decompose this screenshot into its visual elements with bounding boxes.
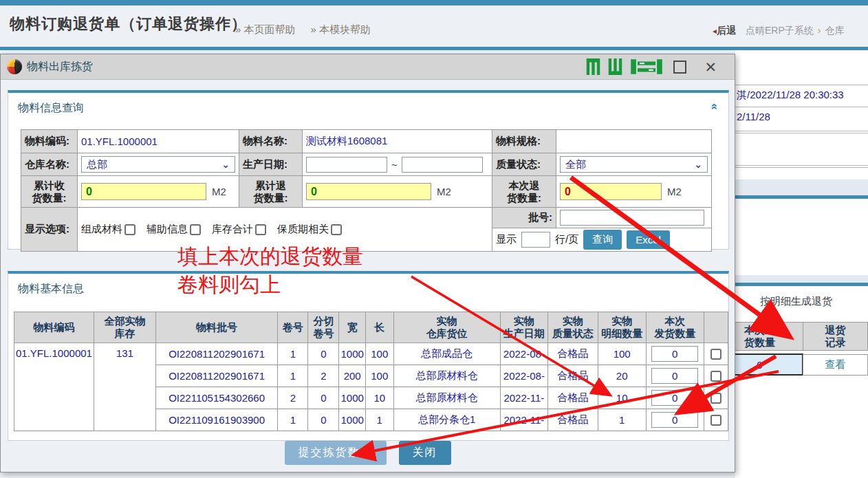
detail-panel-title: 物料基本信息 <box>18 282 84 296</box>
checkbox-stock-total[interactable] <box>255 224 266 235</box>
app-sphere-icon <box>7 59 22 74</box>
close-button[interactable]: ✕ <box>704 61 717 74</box>
material-query-panel: 物料信息查询 « 物料编码: 01.YFL.1000001 物料名称: 测试材料… <box>8 90 729 250</box>
checkbox-shelf-life[interactable] <box>331 224 342 235</box>
page-help-link[interactable]: » 本页面帮助 <box>235 23 296 35</box>
breadcrumb-app[interactable]: 点晴ERP子系统 <box>746 25 814 36</box>
row-divider <box>735 133 868 133</box>
cell-location: 总部分条仓1 <box>393 409 500 431</box>
batch-input[interactable] <box>560 210 704 226</box>
cell-roll: 1 <box>278 343 308 365</box>
recv-qty-label: 累计收 货数量: <box>21 176 78 208</box>
bg-view-link[interactable]: 查看 <box>803 354 868 376</box>
col-slit-roll-no: 分切 卷号 <box>308 312 339 343</box>
cell-slit: 0 <box>308 343 339 365</box>
cell-slit: 2 <box>308 365 339 387</box>
cell-length: 1 <box>365 409 393 431</box>
prod-date-to-input[interactable] <box>402 157 483 173</box>
bg-datetime-text: 淇/2022/11/28 20:30:33 <box>737 89 844 102</box>
row-divider <box>735 107 868 107</box>
col-ship-qty: 本次 发货数量 <box>646 312 704 343</box>
quality-label: 质量状态: <box>492 153 556 176</box>
ship-qty-input[interactable]: 0 <box>651 346 698 362</box>
row-checkbox[interactable] <box>710 349 721 360</box>
cell-width: 1000 <box>339 387 365 409</box>
chevron-down-icon: ⌄ <box>221 159 230 170</box>
material-code-label: 物料编码: <box>21 130 78 153</box>
stretch-vertical-down-icon[interactable] <box>606 58 625 76</box>
chevron-down-icon: ⌄ <box>694 159 702 170</box>
page-title: 物料订购退货单（订单退货操作） <box>10 14 247 34</box>
background-page-fragment: 淇/2022/11/28 20:30:33 2/11/28 按明细生成退货 本次… <box>735 50 868 478</box>
material-spec-label: 物料规格: <box>492 130 556 153</box>
cell-quality: 合格品 <box>548 343 598 365</box>
cell-location: 总部原材料仓 <box>393 387 500 409</box>
option-aux-label: 辅助信息 <box>147 223 188 236</box>
col-detail-qty: 实物 明细数量 <box>598 312 646 343</box>
col-prod-date: 实物 生产日期 <box>500 312 547 343</box>
picking-dialog: 物料出库拣货 ✕ 物料信息查询 « 物料编码: 01.YFL.1000001 物… <box>0 54 735 472</box>
generate-return-hint: 按明细生成退货 <box>760 295 832 308</box>
stretch-vertical-up-icon[interactable] <box>584 58 603 76</box>
cell-qty: 20 <box>598 365 646 387</box>
row-checkbox[interactable] <box>710 393 721 404</box>
breadcrumb-section[interactable]: 仓库 <box>825 25 845 36</box>
row-checkbox[interactable] <box>710 371 721 382</box>
cell-roll: 2 <box>278 387 308 409</box>
cell-batch: OI221109161903900 <box>155 409 277 431</box>
close-dialog-button[interactable]: 关闭 <box>399 441 451 465</box>
ship-qty-input[interactable]: 0 <box>651 390 698 406</box>
breadcrumb-separator: › <box>818 25 821 36</box>
checkbox-aux-info[interactable] <box>190 224 201 235</box>
collapse-panel-icon[interactable]: « <box>707 103 721 109</box>
stock-detail-table: 物料编码 全部实物 库存 物料批号 卷号 分切 卷号 宽 长 实物 仓库货位 实… <box>14 312 728 431</box>
table-row: 01.YFL.1000001 131 OI220811202901671 1 0… <box>14 343 728 365</box>
bg-date-text: 2/11/28 <box>737 111 770 122</box>
cell-length: 100 <box>365 343 393 365</box>
back-link[interactable]: 后退 <box>717 25 736 36</box>
ship-qty-input[interactable]: 0 <box>651 412 698 428</box>
prod-date-from-input[interactable] <box>306 157 387 173</box>
cell-width: 1000 <box>339 409 365 431</box>
cell-width: 200 <box>339 365 365 387</box>
row-divider <box>735 85 868 85</box>
row-divider <box>735 131 868 131</box>
quality-select[interactable]: 全部⌄ <box>560 156 708 173</box>
return-total-input[interactable]: 0 <box>306 183 431 200</box>
col-width: 宽 <box>339 312 365 343</box>
warehouse-selected: 总部 <box>87 158 107 171</box>
cell-length: 10 <box>365 387 393 409</box>
cell-quality: 合格品 <box>548 365 598 387</box>
maximize-button[interactable] <box>673 61 686 74</box>
rows-per-page-input[interactable] <box>521 232 550 248</box>
ship-qty-input[interactable]: 0 <box>651 368 698 384</box>
cell-location: 总部成品仓 <box>393 343 500 365</box>
stretch-horizontal-icon[interactable] <box>631 58 662 76</box>
row-checkbox[interactable] <box>710 415 721 426</box>
recv-qty-input[interactable]: 0 <box>81 183 206 200</box>
warehouse-select[interactable]: 总部⌄ <box>81 156 235 173</box>
bg-section-accent <box>735 195 868 199</box>
date-separator: ~ <box>391 159 398 171</box>
col-quality: 实物 质量状态 <box>548 312 598 343</box>
row-divider <box>735 167 868 168</box>
module-help-link[interactable]: » 本模块帮助 <box>311 23 371 35</box>
material-detail-panel: 物料基本信息 物料编码 全部实物 库存 物料批号 卷号 分切 卷号 宽 长 实物… <box>8 271 729 441</box>
cell-prod-date: 2022-08- <box>500 343 547 365</box>
submit-picking-button[interactable]: 提交拣货数据 <box>285 441 387 465</box>
col-roll-no: 卷号 <box>278 312 308 343</box>
bg-section-accent <box>735 283 868 286</box>
excel-button[interactable]: Excel <box>627 230 670 249</box>
top-accent-bar <box>0 0 868 6</box>
bg-section-band <box>735 275 868 283</box>
row-divider <box>735 165 868 166</box>
bg-col-return-record: 退货 记录 <box>803 322 868 351</box>
cell-prod-date: 2022-11- <box>500 409 547 431</box>
option-shelf-life-label: 保质期相关 <box>277 223 329 236</box>
checkbox-compose-material[interactable] <box>124 224 135 235</box>
cell-roll: 1 <box>278 409 308 431</box>
batch-label: 批号: <box>492 208 556 228</box>
window-controls: ✕ <box>584 58 717 76</box>
query-button[interactable]: 查询 <box>583 230 622 250</box>
return-now-input[interactable]: 0 <box>560 183 662 200</box>
